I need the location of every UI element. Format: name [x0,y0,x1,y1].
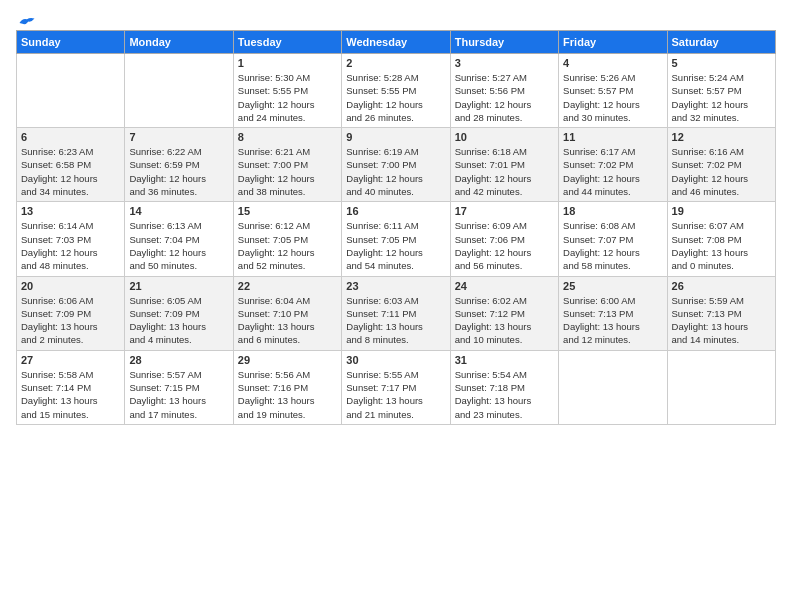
col-header-tuesday: Tuesday [233,31,341,54]
day-info: Sunrise: 6:03 AM Sunset: 7:11 PM Dayligh… [346,294,445,347]
day-number: 24 [455,280,554,292]
day-cell: 18Sunrise: 6:08 AM Sunset: 7:07 PM Dayli… [559,202,667,276]
day-cell: 7Sunrise: 6:22 AM Sunset: 6:59 PM Daylig… [125,128,233,202]
day-number: 8 [238,131,337,143]
day-cell: 17Sunrise: 6:09 AM Sunset: 7:06 PM Dayli… [450,202,558,276]
col-header-monday: Monday [125,31,233,54]
day-info: Sunrise: 6:02 AM Sunset: 7:12 PM Dayligh… [455,294,554,347]
day-info: Sunrise: 6:05 AM Sunset: 7:09 PM Dayligh… [129,294,228,347]
day-number: 20 [21,280,120,292]
day-number: 17 [455,205,554,217]
day-info: Sunrise: 6:17 AM Sunset: 7:02 PM Dayligh… [563,145,662,198]
day-cell: 31Sunrise: 5:54 AM Sunset: 7:18 PM Dayli… [450,350,558,424]
day-info: Sunrise: 6:19 AM Sunset: 7:00 PM Dayligh… [346,145,445,198]
day-number: 26 [672,280,771,292]
day-cell: 5Sunrise: 5:24 AM Sunset: 5:57 PM Daylig… [667,54,775,128]
day-cell: 6Sunrise: 6:23 AM Sunset: 6:58 PM Daylig… [17,128,125,202]
day-info: Sunrise: 5:24 AM Sunset: 5:57 PM Dayligh… [672,71,771,124]
week-row-3: 13Sunrise: 6:14 AM Sunset: 7:03 PM Dayli… [17,202,776,276]
day-cell: 16Sunrise: 6:11 AM Sunset: 7:05 PM Dayli… [342,202,450,276]
day-cell: 30Sunrise: 5:55 AM Sunset: 7:17 PM Dayli… [342,350,450,424]
day-info: Sunrise: 5:58 AM Sunset: 7:14 PM Dayligh… [21,368,120,421]
day-number: 21 [129,280,228,292]
logo [16,16,36,26]
day-info: Sunrise: 6:14 AM Sunset: 7:03 PM Dayligh… [21,219,120,272]
col-header-thursday: Thursday [450,31,558,54]
day-cell [125,54,233,128]
logo-bird-icon [18,16,36,30]
day-cell: 2Sunrise: 5:28 AM Sunset: 5:55 PM Daylig… [342,54,450,128]
day-number: 3 [455,57,554,69]
day-number: 23 [346,280,445,292]
day-info: Sunrise: 5:27 AM Sunset: 5:56 PM Dayligh… [455,71,554,124]
day-number: 25 [563,280,662,292]
day-number: 1 [238,57,337,69]
day-number: 13 [21,205,120,217]
col-header-sunday: Sunday [17,31,125,54]
day-number: 4 [563,57,662,69]
day-number: 14 [129,205,228,217]
day-cell: 28Sunrise: 5:57 AM Sunset: 7:15 PM Dayli… [125,350,233,424]
day-cell: 25Sunrise: 6:00 AM Sunset: 7:13 PM Dayli… [559,276,667,350]
day-number: 6 [21,131,120,143]
day-info: Sunrise: 6:18 AM Sunset: 7:01 PM Dayligh… [455,145,554,198]
day-info: Sunrise: 6:23 AM Sunset: 6:58 PM Dayligh… [21,145,120,198]
day-info: Sunrise: 6:00 AM Sunset: 7:13 PM Dayligh… [563,294,662,347]
day-cell: 1Sunrise: 5:30 AM Sunset: 5:55 PM Daylig… [233,54,341,128]
day-info: Sunrise: 6:21 AM Sunset: 7:00 PM Dayligh… [238,145,337,198]
day-number: 11 [563,131,662,143]
day-info: Sunrise: 6:11 AM Sunset: 7:05 PM Dayligh… [346,219,445,272]
day-number: 7 [129,131,228,143]
day-cell: 22Sunrise: 6:04 AM Sunset: 7:10 PM Dayli… [233,276,341,350]
week-row-1: 1Sunrise: 5:30 AM Sunset: 5:55 PM Daylig… [17,54,776,128]
day-info: Sunrise: 5:57 AM Sunset: 7:15 PM Dayligh… [129,368,228,421]
day-number: 10 [455,131,554,143]
day-cell: 21Sunrise: 6:05 AM Sunset: 7:09 PM Dayli… [125,276,233,350]
day-number: 15 [238,205,337,217]
day-cell: 20Sunrise: 6:06 AM Sunset: 7:09 PM Dayli… [17,276,125,350]
day-cell: 26Sunrise: 5:59 AM Sunset: 7:13 PM Dayli… [667,276,775,350]
day-number: 5 [672,57,771,69]
day-cell: 8Sunrise: 6:21 AM Sunset: 7:00 PM Daylig… [233,128,341,202]
day-cell [17,54,125,128]
day-cell: 4Sunrise: 5:26 AM Sunset: 5:57 PM Daylig… [559,54,667,128]
day-cell: 19Sunrise: 6:07 AM Sunset: 7:08 PM Dayli… [667,202,775,276]
day-cell [667,350,775,424]
day-cell: 10Sunrise: 6:18 AM Sunset: 7:01 PM Dayli… [450,128,558,202]
day-info: Sunrise: 6:13 AM Sunset: 7:04 PM Dayligh… [129,219,228,272]
day-number: 19 [672,205,771,217]
day-cell: 29Sunrise: 5:56 AM Sunset: 7:16 PM Dayli… [233,350,341,424]
day-number: 28 [129,354,228,366]
col-header-saturday: Saturday [667,31,775,54]
day-number: 31 [455,354,554,366]
day-info: Sunrise: 5:28 AM Sunset: 5:55 PM Dayligh… [346,71,445,124]
day-number: 29 [238,354,337,366]
day-number: 27 [21,354,120,366]
day-info: Sunrise: 6:16 AM Sunset: 7:02 PM Dayligh… [672,145,771,198]
day-info: Sunrise: 5:26 AM Sunset: 5:57 PM Dayligh… [563,71,662,124]
day-info: Sunrise: 6:08 AM Sunset: 7:07 PM Dayligh… [563,219,662,272]
week-row-2: 6Sunrise: 6:23 AM Sunset: 6:58 PM Daylig… [17,128,776,202]
day-cell: 24Sunrise: 6:02 AM Sunset: 7:12 PM Dayli… [450,276,558,350]
day-cell: 13Sunrise: 6:14 AM Sunset: 7:03 PM Dayli… [17,202,125,276]
day-info: Sunrise: 6:09 AM Sunset: 7:06 PM Dayligh… [455,219,554,272]
day-info: Sunrise: 5:56 AM Sunset: 7:16 PM Dayligh… [238,368,337,421]
day-info: Sunrise: 6:07 AM Sunset: 7:08 PM Dayligh… [672,219,771,272]
day-number: 16 [346,205,445,217]
day-cell: 27Sunrise: 5:58 AM Sunset: 7:14 PM Dayli… [17,350,125,424]
col-header-wednesday: Wednesday [342,31,450,54]
day-cell: 11Sunrise: 6:17 AM Sunset: 7:02 PM Dayli… [559,128,667,202]
day-cell [559,350,667,424]
day-info: Sunrise: 6:04 AM Sunset: 7:10 PM Dayligh… [238,294,337,347]
day-info: Sunrise: 6:22 AM Sunset: 6:59 PM Dayligh… [129,145,228,198]
day-number: 2 [346,57,445,69]
day-cell: 3Sunrise: 5:27 AM Sunset: 5:56 PM Daylig… [450,54,558,128]
day-info: Sunrise: 6:06 AM Sunset: 7:09 PM Dayligh… [21,294,120,347]
day-info: Sunrise: 5:54 AM Sunset: 7:18 PM Dayligh… [455,368,554,421]
day-info: Sunrise: 5:30 AM Sunset: 5:55 PM Dayligh… [238,71,337,124]
header-row: SundayMondayTuesdayWednesdayThursdayFrid… [17,31,776,54]
day-number: 30 [346,354,445,366]
day-info: Sunrise: 5:55 AM Sunset: 7:17 PM Dayligh… [346,368,445,421]
page-header [16,16,776,26]
day-info: Sunrise: 6:12 AM Sunset: 7:05 PM Dayligh… [238,219,337,272]
